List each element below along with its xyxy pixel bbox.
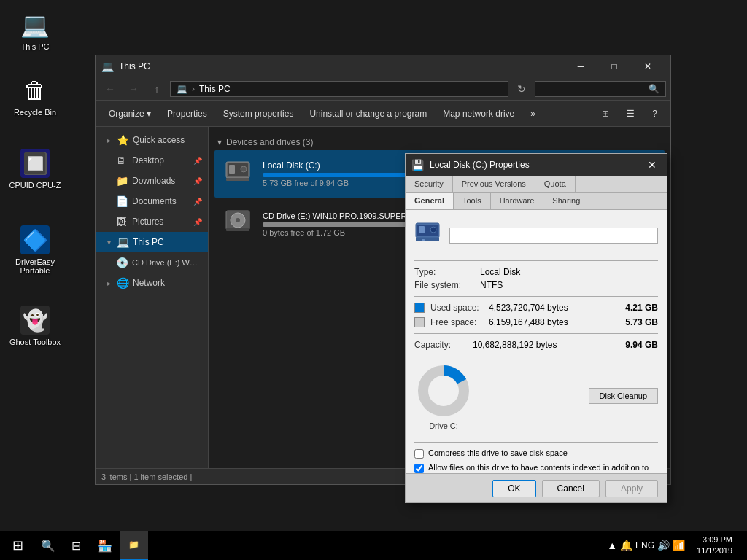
section-header: ▾ Devices and drives (3) bbox=[214, 133, 665, 150]
search-bar[interactable]: 🔍 bbox=[535, 81, 666, 97]
start-button[interactable]: ⊞ bbox=[0, 531, 35, 560]
recycle-bin-label: Recycle Bin bbox=[14, 108, 56, 117]
recycle-bin-icon: 🗑 bbox=[20, 76, 50, 105]
documents-label: Documents bbox=[132, 196, 177, 206]
clock-date: 11/1/2019 bbox=[697, 545, 732, 556]
tab-quota[interactable]: Quota bbox=[535, 176, 576, 192]
taskbar-search-button[interactable]: 🔍 bbox=[35, 531, 61, 560]
used-label: Used space: bbox=[430, 303, 489, 313]
taskbar-clock[interactable]: 3:09 PM 11/1/2019 bbox=[688, 534, 741, 557]
props-drive-icon bbox=[414, 219, 441, 252]
compress-checkbox[interactable] bbox=[414, 449, 424, 459]
driver-easy-label: DriverEasy Portable bbox=[9, 257, 61, 275]
sidebar-item-cd-drive[interactable]: 💿 CD Drive (E:) WIN10.P… bbox=[96, 252, 208, 273]
desktop-icon-recycle-bin[interactable]: 🗑 Recycle Bin bbox=[6, 73, 64, 120]
tab-security[interactable]: Security bbox=[406, 176, 453, 192]
explorer-toolbar: ← → ↑ 💻 › This PC ↻ 🔍 bbox=[96, 77, 670, 101]
svg-point-7 bbox=[236, 218, 240, 222]
system-properties-button[interactable]: System properties bbox=[216, 104, 301, 124]
taskbar-explorer-app[interactable]: 📁 bbox=[120, 531, 148, 560]
sidebar-item-network[interactable]: ▸ 🌐 Network bbox=[96, 273, 208, 293]
props-divider-2 bbox=[414, 296, 658, 297]
explorer-titlebar: 💻 This PC ─ □ ✕ bbox=[96, 55, 670, 77]
ghost-toolbox-label: Ghost Toolbox bbox=[9, 338, 61, 346]
tab-hardware[interactable]: Hardware bbox=[491, 192, 544, 209]
maximize-button[interactable]: □ bbox=[597, 55, 631, 77]
this-pc-label: This PC bbox=[20, 42, 49, 51]
tray-volume-icon[interactable]: 🔊 bbox=[657, 540, 670, 551]
tray-network-icon[interactable]: 📶 bbox=[673, 540, 685, 551]
task-view-icon: ⊟ bbox=[71, 539, 81, 553]
up-button[interactable]: ↑ bbox=[147, 79, 167, 99]
cd-drive-label: CD Drive (E:) WIN10.P… bbox=[132, 258, 198, 267]
props-header-row bbox=[414, 219, 658, 252]
sidebar-item-quick-access[interactable]: ▸ ⭐ Quick access bbox=[96, 130, 208, 150]
props-tabs-2: General Tools Hardware Sharing bbox=[406, 192, 667, 210]
index-checkbox[interactable] bbox=[414, 464, 424, 473]
free-space-row: Free space: 6,159,167,488 bytes 5.73 GB bbox=[414, 317, 658, 327]
desktop-icon-ghost-toolbox[interactable]: 👻 Ghost Toolbox bbox=[6, 303, 64, 349]
drive-name-input[interactable] bbox=[449, 228, 658, 244]
tab-general[interactable]: General bbox=[406, 192, 454, 209]
driver-easy-icon: 🔷 bbox=[20, 225, 50, 254]
sidebar-item-downloads[interactable]: 📁 Downloads 📌 bbox=[96, 171, 208, 191]
quick-access-icon: ⭐ bbox=[117, 134, 128, 146]
sidebar-item-pictures[interactable]: 🖼 Pictures 📌 bbox=[96, 211, 208, 232]
ghost-toolbox-icon: 👻 bbox=[20, 306, 50, 335]
desktop-icon-cpuid[interactable]: 🔲 CPUID CPU-Z bbox=[6, 146, 64, 192]
free-label: Free space: bbox=[430, 317, 489, 327]
view-options-button[interactable]: ⊞ bbox=[595, 104, 616, 124]
props-divider-3 bbox=[414, 333, 658, 334]
downloads-pin-icon: 📌 bbox=[193, 177, 202, 185]
ok-button[interactable]: OK bbox=[492, 480, 535, 497]
apply-button[interactable]: Apply bbox=[605, 480, 658, 497]
free-bytes: 6,159,167,488 bytes bbox=[489, 317, 625, 327]
cpuid-icon: 🔲 bbox=[20, 149, 50, 178]
help-button[interactable]: ? bbox=[645, 104, 665, 124]
tray-chevron-icon[interactable]: ▲ bbox=[607, 540, 617, 551]
tab-previous-versions[interactable]: Previous Versions bbox=[453, 176, 535, 192]
close-button[interactable]: ✕ bbox=[631, 55, 665, 77]
desktop-icon-driver-easy[interactable]: 🔷 DriverEasy Portable bbox=[6, 222, 64, 278]
desktop-icon-this-pc[interactable]: 💻 This PC bbox=[6, 7, 64, 54]
address-separator: › bbox=[192, 84, 195, 94]
props-tabs: Security Previous Versions Quota bbox=[406, 176, 667, 192]
task-view-button[interactable]: ⊟ bbox=[61, 531, 90, 560]
properties-button[interactable]: Properties bbox=[160, 104, 214, 124]
taskbar-store-button[interactable]: 🏪 bbox=[90, 531, 120, 560]
refresh-button[interactable]: ↻ bbox=[511, 79, 532, 99]
compress-row: Compress this drive to save disk space bbox=[414, 448, 658, 459]
props-close-button[interactable]: ✕ bbox=[643, 156, 661, 174]
section-title: Devices and drives (3) bbox=[226, 137, 313, 147]
tray-notify-icon[interactable]: 🔔 bbox=[620, 540, 632, 551]
svg-rect-8 bbox=[226, 228, 249, 231]
this-pc-nav-label: This PC bbox=[133, 237, 164, 247]
back-button[interactable]: ← bbox=[100, 79, 120, 99]
props-footer: OK Cancel Apply bbox=[406, 473, 667, 502]
sidebar-item-documents[interactable]: 📄 Documents 📌 bbox=[96, 191, 208, 211]
organize-button[interactable]: Organize ▾ bbox=[101, 104, 158, 124]
tab-tools[interactable]: Tools bbox=[454, 192, 491, 209]
minimize-button[interactable]: ─ bbox=[564, 55, 597, 77]
tab-sharing[interactable]: Sharing bbox=[543, 192, 589, 209]
downloads-icon: 📁 bbox=[116, 175, 128, 187]
donut-container: Drive C: bbox=[414, 362, 473, 430]
sidebar-item-this-pc[interactable]: ▾ 💻 This PC bbox=[96, 232, 208, 252]
cd-drive-icon: 💿 bbox=[116, 257, 128, 268]
address-bar[interactable]: 💻 › This PC bbox=[170, 81, 508, 97]
tray-keyboard-icon[interactable]: ENG bbox=[635, 540, 654, 551]
cancel-button[interactable]: Cancel bbox=[542, 480, 600, 497]
free-gb: 5.73 GB bbox=[625, 317, 658, 327]
more-button[interactable]: » bbox=[523, 104, 543, 124]
command-bar: Organize ▾ Properties System properties … bbox=[96, 101, 670, 127]
disk-cleanup-button[interactable]: Disk Cleanup bbox=[589, 388, 658, 404]
documents-icon: 📄 bbox=[116, 195, 128, 207]
type-label: Type: bbox=[414, 267, 480, 277]
used-gb: 4.21 GB bbox=[625, 303, 658, 313]
forward-button[interactable]: → bbox=[123, 79, 144, 99]
map-network-button[interactable]: Map network drive bbox=[436, 104, 522, 124]
uninstall-button[interactable]: Uninstall or change a program bbox=[302, 104, 434, 124]
view-toggle-button[interactable]: ☰ bbox=[619, 104, 642, 124]
start-icon: ⊞ bbox=[12, 537, 23, 553]
sidebar-item-desktop[interactable]: 🖥 Desktop 📌 bbox=[96, 150, 208, 171]
